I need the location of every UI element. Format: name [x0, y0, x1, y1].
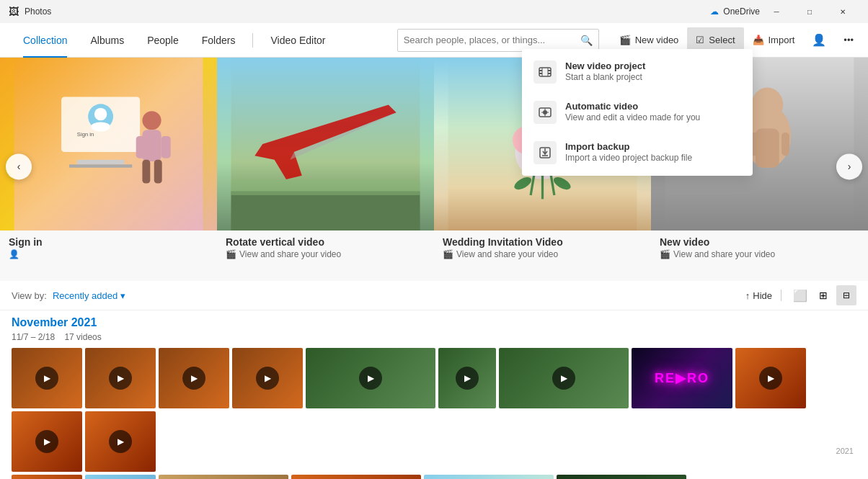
play-button[interactable]: ▶: [359, 367, 382, 390]
rotate-info: Rotate vertical video 🎬 View and share y…: [217, 230, 434, 265]
featured-item-rotate[interactable]: Rotate vertical video 🎬 View and share y…: [217, 58, 434, 281]
wedding-info: Wedding Invitation Video 🎬 View and shar…: [434, 230, 651, 265]
hide-button[interactable]: ↑ Hide: [745, 290, 772, 301]
svg-rect-38: [548, 70, 551, 71]
account-button[interactable]: 👤: [803, 27, 835, 53]
svg-rect-3: [69, 164, 132, 167]
video-thumb-retro[interactable]: RE▶RO: [632, 348, 732, 408]
toolbar-right: ↑ Hide ⬜ ⊞ ⊟: [745, 285, 856, 305]
view-grid-icon: ⊞: [819, 290, 828, 301]
minimize-button[interactable]: ─: [760, 0, 793, 23]
video-icon-new: 🎬: [660, 249, 670, 259]
svg-rect-9: [154, 160, 162, 184]
search-input[interactable]: [404, 35, 575, 45]
play-button[interactable]: ▶: [109, 430, 132, 453]
video-grid-row1: ▶ ▶ ▶ ▶ ▶ ▶ ▶ RE▶RO ▶ ▶ ▶: [12, 348, 856, 472]
video-thumb-12[interactable]: ▶: [12, 475, 82, 479]
play-button[interactable]: ▶: [552, 367, 575, 390]
dropdown-automatic-text: Automatic video View and edit a video ma…: [565, 101, 700, 122]
dropdown-item-new-project[interactable]: New video project Start a blank project: [522, 52, 753, 92]
svg-point-11: [94, 108, 107, 120]
play-button[interactable]: ▶: [109, 367, 132, 390]
featured-next-button[interactable]: ›: [836, 153, 862, 179]
svg-point-12: [92, 122, 110, 131]
nav-people[interactable]: People: [136, 23, 190, 58]
video-thumb-4[interactable]: ▶: [232, 348, 303, 408]
featured-prev-button[interactable]: ‹: [6, 153, 32, 179]
play-button[interactable]: ▶: [182, 367, 205, 390]
more-button[interactable]: •••: [835, 27, 862, 53]
dropdown-new-project-text: New video project Start a blank project: [565, 61, 645, 82]
svg-text:Sign in: Sign in: [77, 131, 94, 138]
dropdown-item-automatic[interactable]: Automatic video View and edit a video ma…: [522, 92, 753, 133]
play-button[interactable]: ▶: [256, 367, 279, 390]
video-thumb-1[interactable]: ▶: [12, 348, 82, 408]
view-mode-small-grid-button[interactable]: ⊟: [836, 285, 856, 305]
wedding-title: Wedding Invitation Video: [443, 236, 642, 248]
dropdown-import-text: Import backup Import a video project bac…: [565, 141, 692, 163]
play-button[interactable]: ▶: [35, 430, 58, 453]
person-icon: 👤: [9, 249, 19, 259]
up-arrow-icon: ↑: [745, 290, 750, 301]
dropdown-item-import[interactable]: Import backup Import a video project bac…: [522, 133, 753, 173]
nav-folders[interactable]: Folders: [190, 23, 247, 58]
video-thumb-17[interactable]: ▶: [557, 475, 686, 479]
video-thumb-14[interactable]: ▶: [159, 475, 288, 479]
retro-text: RE▶RO: [655, 370, 709, 386]
svg-rect-6: [136, 136, 146, 158]
signin-sub: 👤: [9, 249, 208, 259]
title-bar-left: 🖼 Photos: [9, 6, 51, 17]
chevron-down-icon: ▾: [120, 290, 125, 301]
video-thumb-11[interactable]: ▶: [85, 411, 156, 472]
newvideo-sub: 🎬 View and share your video: [660, 249, 859, 259]
svg-rect-33: [781, 133, 789, 156]
import-backup-icon: [533, 141, 557, 164]
auto-video-icon: [533, 101, 557, 124]
dropdown-menu: New video project Start a blank project …: [522, 49, 753, 176]
video-thumb-7[interactable]: ▶: [499, 348, 629, 408]
wedding-sub: 🎬 View and share your video: [443, 249, 642, 259]
svg-rect-34: [539, 68, 551, 76]
video-thumb-15[interactable]: ▶: [291, 475, 421, 479]
video-thumb-9[interactable]: ▶: [735, 348, 806, 408]
svg-rect-16: [231, 179, 420, 195]
view-single-icon: ⬜: [793, 289, 807, 303]
close-button[interactable]: ✕: [826, 0, 859, 23]
video-thumb-2[interactable]: ▶: [85, 348, 156, 408]
featured-item-signin[interactable]: Sign in Sign in 👤: [0, 58, 217, 281]
video-thumb-5[interactable]: ▶: [306, 348, 435, 408]
view-mode-single-button[interactable]: ⬜: [790, 285, 810, 305]
video-thumb-10[interactable]: ▶: [12, 411, 82, 472]
newvideo-title: New video: [660, 236, 859, 248]
search-icon: 🔍: [580, 35, 593, 46]
nav-collection[interactable]: Collection: [12, 23, 79, 58]
play-button[interactable]: ▶: [759, 367, 782, 390]
nav-albums[interactable]: Albums: [79, 23, 136, 58]
svg-point-42: [543, 110, 547, 115]
view-by-dropdown[interactable]: Recently added ▾: [53, 290, 125, 301]
import-button[interactable]: 📥 Import: [744, 27, 804, 53]
video-thumb-16[interactable]: ▶: [424, 475, 554, 479]
video-thumb-6[interactable]: ▶: [438, 348, 496, 408]
newvideo-info: New video 🎬 View and share your video: [651, 230, 868, 265]
view-mode-grid-button[interactable]: ⊞: [813, 285, 833, 305]
section-subtitle: 11/7 – 2/18 17 videos: [12, 332, 856, 342]
video-icon-rotate: 🎬: [226, 249, 236, 259]
new-video-icon: 🎬: [619, 35, 631, 45]
play-button[interactable]: ▶: [35, 367, 58, 390]
account-icon: 👤: [812, 33, 826, 47]
svg-rect-31: [756, 128, 779, 168]
toolbar-left: View by: Recently added ▾: [12, 290, 125, 301]
video-thumb-3[interactable]: ▶: [159, 348, 229, 408]
video-grid-row2: ▶ ▶ ▶ ▶ ▶ ▶: [12, 475, 856, 479]
svg-rect-15: [231, 191, 420, 230]
view-by-label: View by:: [12, 290, 47, 301]
maximize-button[interactable]: □: [793, 0, 826, 23]
search-container[interactable]: 🔍: [397, 29, 599, 52]
year-indicator: 2021: [836, 447, 854, 455]
video-thumb-13[interactable]: ▶: [85, 475, 156, 479]
view-small-grid-icon: ⊟: [843, 290, 850, 300]
svg-rect-39: [539, 73, 542, 74]
nav-video-editor[interactable]: Video Editor: [259, 23, 337, 58]
play-button[interactable]: ▶: [456, 367, 479, 390]
